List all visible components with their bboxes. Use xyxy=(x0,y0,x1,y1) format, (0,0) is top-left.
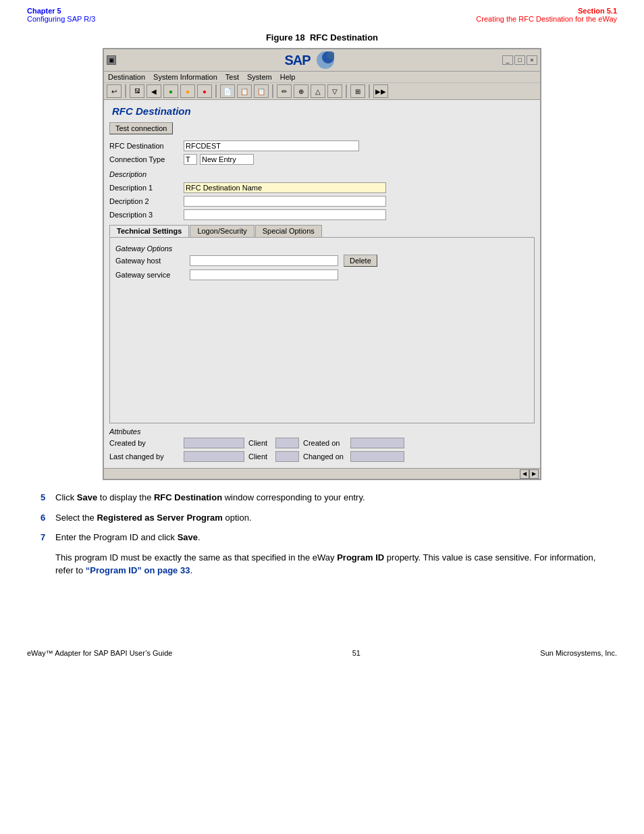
gateway-service-row: Gateway service xyxy=(115,269,529,281)
description1-input[interactable] xyxy=(184,182,386,193)
scrollbar-area: ◀ ▶ xyxy=(104,468,540,479)
toolbar-2[interactable]: ◀ xyxy=(146,84,161,98)
section-title: Section 5.1 xyxy=(578,7,617,15)
step-6-text: Select the Registered as Server Program … xyxy=(55,511,603,525)
description2-label: Decription 2 xyxy=(109,197,184,205)
changed-on-input[interactable] xyxy=(350,451,404,462)
toolbar-7[interactable]: 📋 xyxy=(237,84,252,98)
description2-row: Decription 2 xyxy=(109,195,535,207)
client1-input[interactable] xyxy=(275,438,299,448)
attributes-label: Attributes xyxy=(109,427,535,436)
note-link[interactable]: “Program ID” on page 33 xyxy=(86,565,190,575)
created-by-label: Created by xyxy=(109,439,184,447)
tab-special-options[interactable]: Special Options xyxy=(255,225,322,237)
gateway-host-row: Gateway host Delete xyxy=(115,254,529,267)
footer-right: Sun Microsystems, Inc. xyxy=(540,649,617,657)
main-content: 5 Click Save to display the RFC Destinat… xyxy=(0,480,644,588)
test-connection-button[interactable]: Test connection xyxy=(109,122,173,134)
title-bar: ▣ SAP _ □ × xyxy=(104,49,540,72)
chapter-title: Chapter 5 xyxy=(27,7,61,15)
toolbar-6[interactable]: 📄 xyxy=(220,84,235,98)
toolbar-14[interactable]: ▶▶ xyxy=(373,84,388,98)
title-bar-left: ▣ xyxy=(107,55,116,65)
footer-center: 51 xyxy=(352,649,360,657)
connection-type-input[interactable] xyxy=(200,154,254,165)
description-section-label: Description xyxy=(109,170,184,178)
toolbar-sep-3 xyxy=(272,84,273,98)
toolbar-4[interactable]: ● xyxy=(180,84,195,98)
toolbar-13[interactable]: ⊞ xyxy=(350,84,365,98)
gateway-service-label: Gateway service xyxy=(115,271,190,279)
toolbar-sep-5 xyxy=(369,84,370,98)
window-icon: ▣ xyxy=(107,55,116,65)
toolbar-9[interactable]: ✏ xyxy=(277,84,292,98)
note-bold-text: Program ID xyxy=(337,552,384,563)
last-changed-label: Last changed by xyxy=(109,452,184,461)
description3-row: Description 3 xyxy=(109,209,535,221)
menu-system-info[interactable]: System Information xyxy=(153,73,217,81)
created-on-label: Created on xyxy=(303,439,350,447)
note-text-before: This program ID must be exactly the same… xyxy=(55,552,337,563)
toolbar-5[interactable]: ● xyxy=(197,84,212,98)
menu-system[interactable]: System xyxy=(247,73,272,81)
tab-bar: Technical Settings Logon/Security Specia… xyxy=(109,225,535,237)
last-changed-input[interactable] xyxy=(184,451,244,462)
connection-type-row: Connection Type xyxy=(109,153,535,165)
step-5-text: Click Save to display the RFC Destinatio… xyxy=(55,491,603,504)
client-label1: Client xyxy=(248,439,275,447)
tab-technical-settings[interactable]: Technical Settings xyxy=(109,225,189,237)
scroll-left-button[interactable]: ◀ xyxy=(520,469,529,479)
menu-test[interactable]: Test xyxy=(225,73,239,81)
chapter-subtitle: Configuring SAP R/3 xyxy=(27,15,95,23)
toolbar-3[interactable]: ● xyxy=(163,84,178,98)
page-footer: eWay™ Adapter for SAP BAPI User’s Guide … xyxy=(0,642,644,664)
toolbar: ↩ 🖫 ◀ ● ● ● 📄 📋 📋 ✏ ⊕ △ ▽ ⊞ ▶▶ xyxy=(104,83,540,100)
gateway-service-input[interactable] xyxy=(190,269,338,280)
figure-title: Figure 18 RFC Destination xyxy=(0,32,644,43)
last-changed-row: Last changed by Client Changed on xyxy=(109,450,535,463)
section-subtitle: Creating the RFC Destination for the eWa… xyxy=(476,15,617,23)
maximize-button[interactable]: □ xyxy=(514,55,525,65)
created-on-input[interactable] xyxy=(350,438,404,448)
minimize-button[interactable]: _ xyxy=(502,55,513,65)
toolbar-sep-1 xyxy=(125,84,126,98)
tab-logon-security[interactable]: Logon/Security xyxy=(190,225,254,237)
connection-type-label: Connection Type xyxy=(109,155,184,163)
note-block: This program ID must be exactly the same… xyxy=(41,551,603,577)
description1-label: Description 1 xyxy=(109,184,184,192)
menu-help[interactable]: Help xyxy=(280,73,296,81)
toolbar-11[interactable]: △ xyxy=(311,84,325,98)
toolbar-sep-2 xyxy=(215,84,217,98)
step-7-number: 7 xyxy=(41,531,55,544)
delete-button[interactable]: Delete xyxy=(344,255,377,267)
close-button[interactable]: × xyxy=(527,55,537,65)
toolbar-8[interactable]: 📋 xyxy=(254,84,269,98)
description1-row: Description 1 xyxy=(109,182,535,194)
step-6-number: 6 xyxy=(41,511,55,525)
created-by-input[interactable] xyxy=(184,438,244,448)
sap-window: ▣ SAP _ □ × Destination System Informati… xyxy=(103,48,541,480)
gateway-host-input[interactable] xyxy=(190,255,338,266)
description2-input[interactable] xyxy=(184,196,386,207)
window-controls[interactable]: _ □ × xyxy=(502,55,537,65)
toolbar-1[interactable]: 🖫 xyxy=(130,84,144,98)
toolbar-12[interactable]: ▽ xyxy=(327,84,342,98)
menu-bar: Destination System Information Test Syst… xyxy=(104,72,540,83)
connection-type-short-input[interactable] xyxy=(184,154,197,165)
header-right: Section 5.1 Creating the RFC Destination… xyxy=(476,7,617,23)
button-row: Test connection xyxy=(109,122,535,134)
rfc-destination-input[interactable] xyxy=(184,140,359,151)
rfc-destination-label: RFC Destination xyxy=(109,142,184,150)
rfc-destination-title: RFC Destination xyxy=(109,104,535,118)
page-header: Chapter 5 Configuring SAP R/3 Section 5.… xyxy=(0,0,644,26)
header-left: Chapter 5 Configuring SAP R/3 xyxy=(27,7,95,23)
toolbar-10[interactable]: ⊕ xyxy=(294,84,308,98)
description3-input[interactable] xyxy=(184,209,386,220)
step-5: 5 Click Save to display the RFC Destinat… xyxy=(41,491,603,504)
toolbar-back[interactable]: ↩ xyxy=(107,84,122,98)
description3-label: Description 3 xyxy=(109,211,184,219)
menu-destination[interactable]: Destination xyxy=(108,73,145,81)
step-7: 7 Enter the Program ID and click Save. xyxy=(41,531,603,544)
client2-input[interactable] xyxy=(275,451,299,462)
scroll-right-button[interactable]: ▶ xyxy=(529,469,539,479)
